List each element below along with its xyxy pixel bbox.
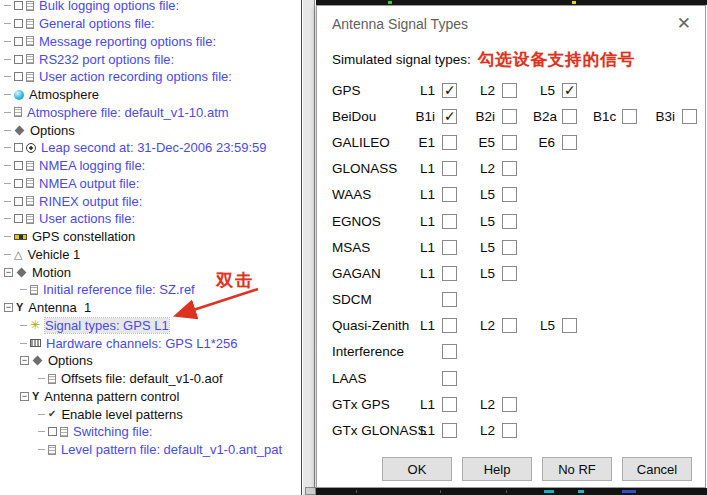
signal-checkbox[interactable]: [442, 292, 457, 307]
collapse-expander-icon[interactable]: −: [20, 356, 29, 365]
signal-checkbox[interactable]: [442, 371, 457, 386]
tree-item[interactable]: −Motion: [0, 263, 301, 281]
signal-checkbox[interactable]: [442, 266, 457, 281]
signal-checkbox[interactable]: [442, 240, 457, 255]
tree-item[interactable]: Bulk logging options file:: [0, 0, 301, 15]
signal-checkbox[interactable]: [622, 109, 637, 124]
tree-item[interactable]: User action recording options file:: [0, 68, 301, 86]
signal-band-label: L5: [473, 240, 495, 255]
diamond-icon: [15, 125, 25, 135]
signal-row: SDCM: [317, 287, 705, 313]
tree-item[interactable]: Leap second at: 31-Dec-2006 23:59:59: [0, 139, 301, 157]
signal-checkbox[interactable]: [442, 135, 457, 150]
tree-item[interactable]: Atmosphere: [0, 86, 301, 104]
signal-checkbox[interactable]: [502, 423, 517, 438]
tree-item[interactable]: ✔Enable level patterns: [0, 405, 301, 423]
signal-checkbox[interactable]: [562, 109, 577, 124]
close-icon[interactable]: ✕: [677, 15, 691, 32]
tree-item[interactable]: Options: [0, 121, 301, 139]
tree-item[interactable]: −Options: [0, 352, 301, 370]
tree-checkbox[interactable]: [14, 161, 23, 170]
tree-checkbox[interactable]: [14, 1, 23, 10]
signal-checkbox[interactable]: [502, 397, 517, 412]
tree-item[interactable]: Initial reference file: SZ.ref: [0, 281, 301, 299]
signal-band-label: L2: [473, 161, 495, 176]
tree-connector: [4, 218, 11, 219]
ok-button[interactable]: OK: [382, 457, 452, 481]
signal-checkbox[interactable]: [682, 109, 697, 124]
signal-checkbox[interactable]: [502, 135, 517, 150]
tree-item[interactable]: RINEX output file:: [0, 192, 301, 210]
tree-checkbox[interactable]: [14, 143, 23, 152]
signal-checkbox[interactable]: [442, 214, 457, 229]
signal-cell: [413, 371, 473, 386]
signal-checkbox-checked[interactable]: [562, 83, 577, 98]
signal-checkbox[interactable]: [442, 344, 457, 359]
tree-item[interactable]: RS232 port options file:: [0, 50, 301, 68]
signal-cell: B3i: [653, 109, 707, 124]
no-rf-button[interactable]: No RF: [542, 457, 612, 481]
signal-cell: E1: [413, 135, 473, 150]
tree-item[interactable]: Hardware channels: GPS L1*256: [0, 334, 301, 352]
tree-checkbox[interactable]: [14, 72, 23, 81]
tree-checkbox[interactable]: [14, 179, 23, 188]
signal-checkbox[interactable]: [502, 318, 517, 333]
signal-cell: [413, 292, 473, 307]
signal-checkbox-checked[interactable]: [442, 83, 457, 98]
triangle-icon: △: [14, 249, 22, 260]
tree-item[interactable]: NMEA output file:: [0, 175, 301, 193]
tree-item-label: Message reporting options file:: [39, 34, 216, 49]
signal-checkbox[interactable]: [442, 423, 457, 438]
dialog-buttons: OKHelpNo RFCancel: [317, 457, 705, 481]
tree-item[interactable]: Offsets file: default_v1-0.aof: [0, 370, 301, 388]
tree-item[interactable]: △Vehicle 1: [0, 246, 301, 264]
tree-item[interactable]: NMEA logging file:: [0, 157, 301, 175]
collapse-expander-icon[interactable]: −: [20, 392, 29, 401]
tree-checkbox[interactable]: [14, 197, 23, 206]
tree-item[interactable]: User actions file:: [0, 210, 301, 228]
cyan-mark: [578, 490, 584, 493]
tree-scrollbar[interactable]: [303, 0, 315, 495]
signal-checkbox[interactable]: [442, 187, 457, 202]
collapse-expander-icon[interactable]: −: [4, 303, 13, 312]
signal-checkbox[interactable]: [442, 161, 457, 176]
cancel-button[interactable]: Cancel: [622, 457, 692, 481]
tree-item[interactable]: GPS constellation: [0, 228, 301, 246]
tree-item[interactable]: −YAntenna 1: [0, 299, 301, 317]
antenna-icon: Y: [16, 302, 23, 313]
tree-checkbox[interactable]: [14, 19, 23, 28]
tree-checkbox[interactable]: [14, 37, 23, 46]
tree-item[interactable]: ✳Signal types: GPS L1: [0, 317, 301, 335]
signal-cell: B1c: [593, 109, 653, 124]
help-button[interactable]: Help: [462, 457, 532, 481]
signal-checkbox[interactable]: [502, 109, 517, 124]
signal-checkbox[interactable]: [502, 266, 517, 281]
signal-checkbox[interactable]: [502, 214, 517, 229]
tree-checkbox[interactable]: [14, 214, 23, 223]
signal-checkbox[interactable]: [502, 83, 517, 98]
signal-row: BeiDouB1iB2iB2aB1cB3i: [317, 103, 705, 129]
signal-checkbox[interactable]: [502, 161, 517, 176]
signal-checkbox[interactable]: [502, 187, 517, 202]
tree-item[interactable]: Message reporting options file:: [0, 33, 301, 51]
signal-checkbox[interactable]: [502, 240, 517, 255]
tree-checkbox[interactable]: [48, 427, 57, 436]
tree-item-label: User actions file:: [39, 211, 135, 226]
signal-row: Quasi-ZenithL1L2L5: [317, 313, 705, 339]
signal-checkbox[interactable]: [442, 318, 457, 333]
signal-cell: L5: [533, 83, 593, 98]
dialog-titlebar[interactable]: Antenna Signal Types ✕: [317, 6, 705, 32]
signal-checkbox-checked[interactable]: [442, 109, 457, 124]
tree-item[interactable]: Switching file:: [0, 423, 301, 441]
tree-checkbox[interactable]: [14, 55, 23, 64]
signal-checkbox[interactable]: [562, 318, 577, 333]
tree-item-label: Motion: [32, 265, 71, 280]
signal-cell: L1: [413, 214, 473, 229]
collapse-expander-icon[interactable]: −: [4, 268, 13, 277]
tree-item[interactable]: General options file:: [0, 15, 301, 33]
signal-checkbox[interactable]: [562, 135, 577, 150]
tree-item[interactable]: Atmosphere file: default_v1-10.atm: [0, 104, 301, 122]
tree-item[interactable]: −YAntenna pattern control: [0, 388, 301, 406]
tree-item[interactable]: Level pattern file: default_v1-0.ant_pat: [0, 441, 301, 459]
signal-checkbox[interactable]: [442, 397, 457, 412]
